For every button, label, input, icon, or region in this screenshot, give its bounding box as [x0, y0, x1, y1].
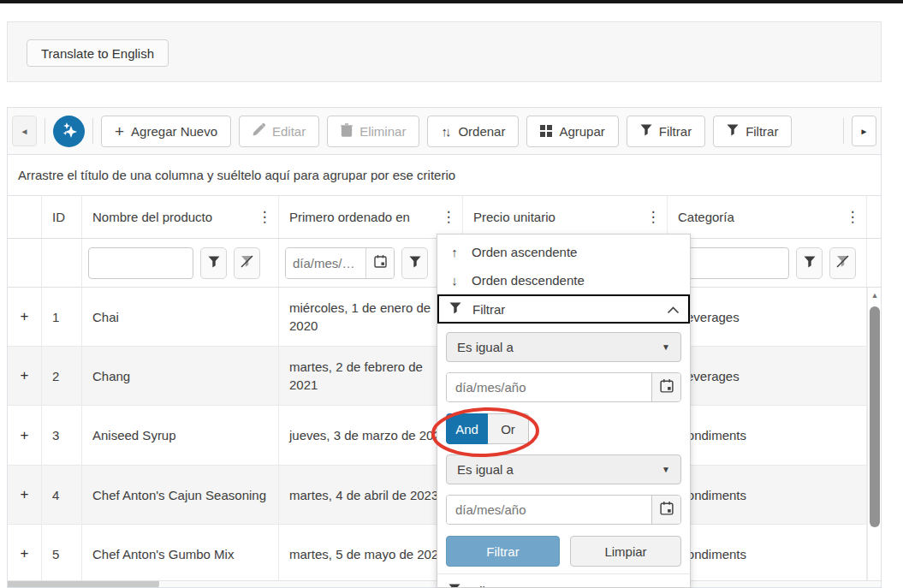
- cell-product-name: Chang: [82, 347, 279, 405]
- cell-product-name: Chef Anton's Gumbo Mix: [82, 525, 279, 580]
- menu-item-sort-descending[interactable]: ↓ Orden descendente: [437, 266, 690, 294]
- header-product-name[interactable]: Nombre del producto ⋮: [82, 196, 279, 238]
- menu-item-filter-expanded[interactable]: Filtrar: [437, 294, 690, 324]
- sort-button[interactable]: ↑↓ Ordenar: [427, 116, 519, 147]
- date-value-input-2[interactable]: [447, 496, 651, 524]
- logic-and-button[interactable]: And: [446, 413, 488, 444]
- category-filter-input[interactable]: [674, 247, 789, 279]
- sort-ascending-label: Orden ascendente: [472, 245, 577, 259]
- horizontal-scrollbar-thumb[interactable]: [8, 581, 159, 588]
- header-id-label: ID: [52, 210, 76, 224]
- ai-assistant-button[interactable]: [53, 116, 85, 147]
- cell-first-ordered: jueves, 3 de marzo de 2022: [279, 406, 463, 465]
- expand-row-button[interactable]: +: [8, 525, 42, 580]
- cell-category: Condiments: [668, 525, 867, 580]
- header-category[interactable]: Categoría ⋮: [668, 196, 867, 238]
- funnel-icon: [409, 256, 421, 270]
- expand-row-button[interactable]: +: [8, 347, 42, 405]
- logic-or-button[interactable]: Or: [488, 413, 529, 444]
- calendar-button[interactable]: [651, 496, 680, 524]
- header-name-label: Nombre del producto: [92, 210, 256, 224]
- cell-product-name: Chef Anton's Cajun Seasoning: [82, 466, 279, 524]
- calendar-icon: [659, 501, 674, 519]
- translate-to-english-button[interactable]: Translate to English: [27, 39, 169, 67]
- funnel-slash-icon: [241, 255, 253, 270]
- header-id[interactable]: ID: [42, 196, 82, 238]
- funnel-icon: [640, 124, 652, 139]
- filter-item-label: Filtrar: [472, 302, 656, 317]
- toolbar-next-button[interactable]: ►: [852, 116, 876, 146]
- date-value-input-1[interactable]: [447, 373, 651, 401]
- filter-button-1[interactable]: Filtrar: [627, 116, 705, 147]
- group-drop-panel: Arrastre el título de una columna y suél…: [8, 155, 881, 196]
- edit-button[interactable]: Editar: [239, 116, 319, 147]
- logic-toggle: And Or: [446, 413, 681, 444]
- filter-label: Filtrar: [659, 124, 692, 139]
- group-button[interactable]: Agrupar: [526, 116, 618, 147]
- sort-arrows-icon: ↑↓: [441, 124, 451, 139]
- toolbar-prev-button[interactable]: ◄: [12, 116, 37, 146]
- calendar-button[interactable]: [365, 248, 394, 278]
- arrow-up-icon: ↑: [448, 245, 461, 259]
- column-menu-button[interactable]: ⋮: [645, 210, 662, 224]
- column-menu-button[interactable]: ⋮: [440, 210, 457, 224]
- chevron-left-icon: ◄: [21, 127, 29, 136]
- cell-product-name: Chai: [82, 288, 279, 346]
- sparkles-icon: [60, 121, 79, 142]
- sort-label: Ordenar: [458, 124, 505, 139]
- caret-down-icon: ▼: [662, 342, 670, 352]
- date-value-field-2: [446, 495, 681, 525]
- group-label: Agrupar: [559, 124, 604, 139]
- date-value-field-1: [446, 372, 681, 402]
- header-unit-price[interactable]: Precio unitario ⋮: [463, 196, 668, 238]
- funnel-icon: [727, 124, 739, 139]
- date-filter-input[interactable]: [286, 248, 365, 278]
- filter-form-buttons: Filtrar Limpiar: [446, 536, 681, 567]
- vertical-scrollbar-thumb[interactable]: [870, 306, 880, 527]
- plus-icon: +: [115, 123, 124, 140]
- toolbar-separator: [45, 118, 45, 144]
- funnel-icon: [208, 256, 220, 270]
- header-first-ordered[interactable]: Primero ordenado en ⋮: [279, 196, 463, 238]
- column-menu-button[interactable]: ⋮: [844, 210, 861, 224]
- apply-filter-button[interactable]: [200, 247, 227, 279]
- scroll-up-arrow-icon[interactable]: ▲: [868, 291, 882, 300]
- cell-category: Condiments: [668, 406, 867, 465]
- apply-filter-button[interactable]: [401, 247, 428, 279]
- column-menu-popup: ↑ Orden ascendente ↓ Orden descendente F…: [437, 234, 691, 588]
- expand-row-button[interactable]: +: [8, 406, 42, 465]
- operator-value: Es igual a: [457, 340, 662, 354]
- grid-squares-icon: [540, 125, 552, 137]
- header-first-ordered-label: Primero ordenado en: [289, 210, 440, 224]
- expand-row-button[interactable]: +: [8, 466, 42, 524]
- edit-label: Editar: [272, 124, 306, 139]
- funnel-icon: [804, 256, 816, 270]
- filter-clear-button[interactable]: Limpiar: [570, 536, 681, 567]
- cell-product-name: Aniseed Syrup: [82, 406, 279, 465]
- filter-button-2[interactable]: Filtrar: [713, 116, 792, 147]
- menu-item-sort-ascending[interactable]: ↑ Orden ascendente: [437, 238, 690, 266]
- operator-select-1[interactable]: Es igual a ▼: [446, 332, 681, 362]
- clear-filter-button[interactable]: [829, 247, 856, 279]
- expand-row-button[interactable]: +: [8, 288, 42, 346]
- header-expand-column: [8, 196, 42, 238]
- calendar-button[interactable]: [651, 373, 680, 401]
- delete-button[interactable]: Eliminar: [327, 116, 419, 147]
- cell-id: 3: [42, 406, 82, 465]
- grid-header-row: ID Nombre del producto ⋮ Primero ordenad…: [8, 196, 881, 239]
- group-panel-text: Arrastre el título de una columna y suél…: [18, 168, 455, 182]
- cell-id: 2: [42, 347, 82, 405]
- cell-first-ordered: martes, 4 de abril de 2023: [279, 466, 463, 524]
- name-filter-input[interactable]: [88, 247, 193, 279]
- funnel-icon: [449, 302, 462, 317]
- apply-filter-button[interactable]: [796, 247, 823, 279]
- menu-item-filter-second[interactable]: Filtrar: [437, 573, 690, 588]
- vertical-scrollbar[interactable]: ▲: [867, 288, 881, 580]
- filter-scroll-spacer: [867, 239, 881, 287]
- add-new-button[interactable]: + Agregar Nuevo: [101, 116, 231, 147]
- clear-filter-button[interactable]: [234, 247, 260, 279]
- column-menu-button[interactable]: ⋮: [256, 210, 273, 224]
- operator-select-2[interactable]: Es igual a ▼: [446, 454, 681, 484]
- trash-icon: [341, 123, 353, 140]
- filter-submit-button[interactable]: Filtrar: [446, 536, 560, 567]
